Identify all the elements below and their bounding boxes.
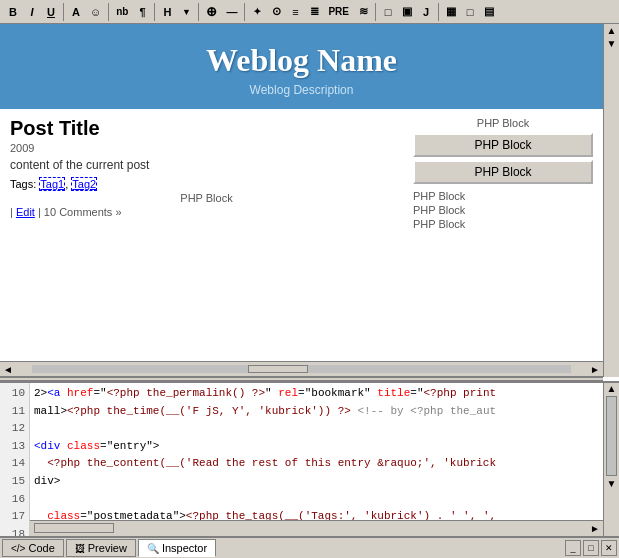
table-button[interactable]: □ [379, 4, 397, 20]
code-line-14: <?php the_content(__('Read the rest of t… [34, 455, 599, 473]
code-line-11: mall><?php the_time(__('F jS, Y', 'kubri… [34, 403, 599, 421]
table2-button[interactable]: ▣ [398, 3, 416, 20]
line-num-12: 12 [0, 420, 25, 438]
tag1-link[interactable]: Tag1 [39, 177, 65, 191]
toolbar-separator-4 [198, 3, 199, 21]
inspector-tab-label: Inspector [162, 542, 207, 554]
code-scroll-thumb[interactable] [606, 396, 617, 476]
code-scroll-down[interactable]: ▼ [604, 478, 619, 489]
underline-button[interactable]: U [42, 4, 60, 20]
blog-right-column: PHP Block PHP Block PHP Block PHP Block … [413, 117, 593, 232]
blog-preview: Weblog Name Weblog Description Post Titl… [0, 24, 603, 361]
php-right-label-2: PHP Block [413, 204, 593, 216]
preview-tab-label: Preview [88, 542, 127, 554]
v-scroll-up-btn[interactable]: ▲ [604, 24, 619, 37]
line-num-18: 18 [0, 526, 25, 536]
toolbar-separator-3 [154, 3, 155, 21]
preview-tab[interactable]: 🖼 Preview [66, 539, 136, 557]
tag2-link[interactable]: Tag2 [71, 177, 97, 191]
code-line-16 [34, 491, 599, 509]
blog-description: Weblog Description [10, 83, 593, 97]
code-line-12 [34, 420, 599, 438]
align-center-button[interactable]: ≣ [305, 3, 323, 20]
list-button[interactable]: ≋ [354, 3, 372, 20]
toolbar-separator-7 [438, 3, 439, 21]
h-scroll-thumb[interactable] [248, 365, 308, 373]
toolbar-separator-6 [375, 3, 376, 21]
toolbar-separator [63, 3, 64, 21]
h-scroll-track [32, 365, 571, 373]
preview-tab-icon: 🖼 [75, 543, 85, 554]
rule-button[interactable]: — [222, 4, 241, 20]
italic-button[interactable]: I [23, 4, 41, 20]
post-php-block-label: PHP Block [10, 192, 403, 204]
php-top-label: PHP Block [413, 117, 593, 129]
toolbar-separator-5 [244, 3, 245, 21]
line-num-14: 14 [0, 455, 25, 473]
smiley-button[interactable]: ☺ [86, 4, 105, 20]
lines-button[interactable]: ▤ [480, 3, 498, 20]
heading-button[interactable]: H [158, 4, 176, 20]
line-numbers: 10 11 12 13 14 15 16 17 18 [0, 383, 30, 536]
h-scroll-left-btn[interactable]: ◄ [0, 364, 16, 375]
font-color-button[interactable]: A [67, 4, 85, 20]
post-date: 2009 [10, 142, 403, 154]
edit-link[interactable]: Edit [16, 206, 35, 218]
code-h-thumb[interactable] [34, 523, 114, 533]
code-line-15: div> [34, 473, 599, 491]
code-tab-label: Code [28, 542, 54, 554]
bold-button[interactable]: B [4, 4, 22, 20]
line-num-17: 17 [0, 508, 25, 526]
php-block-button-2[interactable]: PHP Block [413, 160, 593, 184]
line-num-11: 11 [0, 403, 25, 421]
frame-button[interactable]: □ [461, 4, 479, 20]
line-num-10: 10 [0, 385, 25, 403]
code-editor[interactable]: 2><a href="<?php the_permalink() ?>" rel… [30, 383, 603, 536]
code-line-10: 2><a href="<?php the_permalink() ?>" rel… [34, 385, 599, 403]
link-button[interactable]: J [417, 4, 435, 20]
toolbar-separator-2 [108, 3, 109, 21]
v-scroll-down-btn[interactable]: ▼ [604, 37, 619, 50]
bottom-tab-bar: </> Code 🖼 Preview 🔍 Inspector _ □ ✕ [0, 536, 619, 558]
code-view: 10 11 12 13 14 15 16 17 18 2><a href="<?… [0, 381, 619, 536]
post-meta: | Edit | 10 Comments » [10, 206, 403, 218]
tags-label: Tags: [10, 178, 36, 190]
editor-main: Weblog Name Weblog Description Post Titl… [0, 24, 619, 536]
align-left-button[interactable]: ≡ [286, 4, 304, 20]
nbsp-button[interactable]: nb [112, 4, 132, 19]
post-tags: Tags: Tag1, Tag2 [10, 178, 403, 190]
maximize-btn[interactable]: □ [583, 540, 599, 556]
grid-button[interactable]: ▦ [442, 3, 460, 20]
php-right-label-3: PHP Block [413, 218, 593, 230]
code-h-scrollbar[interactable]: ◄ ► [30, 520, 603, 536]
post-content: content of the current post [10, 158, 403, 172]
php-right-label-1: PHP Block [413, 190, 593, 202]
inspector-tab-icon: 🔍 [147, 543, 159, 554]
php-block-button-1[interactable]: PHP Block [413, 133, 593, 157]
h-scroll-right-btn[interactable]: ► [587, 364, 603, 375]
line-num-13: 13 [0, 438, 25, 456]
minimize-btn[interactable]: _ [565, 540, 581, 556]
blog-title: Weblog Name [10, 42, 593, 79]
code-tab-icon: </> [11, 543, 25, 554]
code-h-right[interactable]: ► [587, 523, 603, 534]
close-btn[interactable]: ✕ [601, 540, 617, 556]
bottom-right-controls: _ □ ✕ [565, 540, 617, 556]
inspector-tab[interactable]: 🔍 Inspector [138, 539, 216, 557]
code-scroll-up[interactable]: ▲ [604, 383, 619, 394]
design-h-scrollbar[interactable]: ◄ ► [0, 361, 603, 377]
image-button[interactable]: ⊕ [202, 2, 221, 21]
post-title: Post Title [10, 117, 403, 140]
pre-button[interactable]: PRE [324, 4, 353, 19]
code-tab[interactable]: </> Code [2, 539, 64, 557]
special-char-button[interactable]: ✦ [248, 4, 266, 19]
code-v-scrollbar[interactable]: ▲ ▼ [603, 383, 619, 536]
design-v-scrollbar[interactable]: ▲ ▼ [603, 24, 619, 377]
line-num-16: 16 [0, 491, 25, 509]
heading-dropdown[interactable]: ▼ [177, 5, 195, 19]
symbol-button[interactable]: ⊙ [267, 3, 285, 20]
blog-content: Post Title 2009 content of the current p… [0, 109, 603, 240]
design-view: Weblog Name Weblog Description Post Titl… [0, 24, 619, 377]
line-num-15: 15 [0, 473, 25, 491]
para-button[interactable]: ¶ [133, 4, 151, 20]
